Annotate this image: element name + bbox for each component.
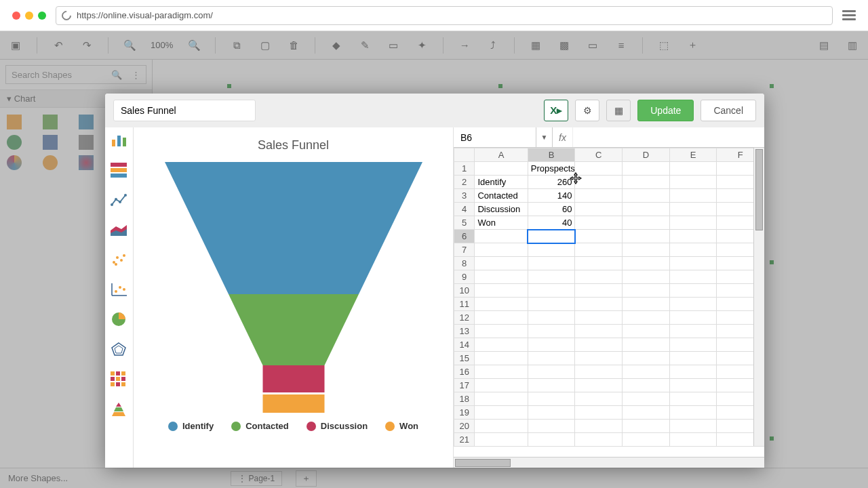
cell[interactable] [623,325,670,338]
back-icon[interactable]: ▩ [557,38,572,53]
more-icon[interactable]: ⋮ [132,70,140,80]
cell[interactable] [669,243,717,257]
cell[interactable] [475,338,528,352]
scatter-axis-icon[interactable] [111,282,128,297]
cell[interactable]: Identify [475,176,528,189]
cell[interactable] [575,189,623,203]
row-header[interactable]: 13 [454,325,475,338]
cell[interactable] [623,243,670,257]
cell[interactable] [528,257,575,270]
cell[interactable] [669,176,717,189]
column-header[interactable]: E [669,148,717,162]
row-header[interactable]: 5 [454,216,475,230]
cell[interactable] [623,338,670,352]
front-icon[interactable]: ▦ [528,38,543,53]
cell[interactable] [669,203,717,216]
cell[interactable] [575,243,623,257]
row-header[interactable]: 12 [454,311,475,325]
cell[interactable] [528,338,575,352]
cell[interactable] [669,420,717,433]
cell[interactable] [623,176,670,189]
cell[interactable] [528,298,575,311]
cell[interactable] [575,230,623,243]
delete-icon[interactable]: 🗑 [286,38,301,53]
vertical-scrollbar[interactable]: ▲ [753,148,764,446]
more-shapes-link[interactable]: More Shapes... [8,473,68,483]
cell[interactable] [623,433,670,447]
row-header[interactable]: 1 [454,162,475,176]
cell[interactable] [669,216,717,230]
address-bar[interactable]: https://online.visual-paradigm.com/ [56,6,833,25]
pyramid-icon[interactable] [111,401,128,416]
cell[interactable] [623,189,670,203]
cell[interactable] [623,162,670,176]
cell[interactable] [669,270,717,284]
cell[interactable] [528,311,575,325]
menu-icon[interactable] [842,10,856,20]
cell[interactable] [528,284,575,298]
cell[interactable] [475,284,528,298]
cell[interactable] [623,406,670,420]
cell[interactable] [575,338,623,352]
row-header[interactable]: 14 [454,338,475,352]
style-icon[interactable]: ✦ [414,38,429,53]
cell-ref-dropdown[interactable]: ▼ [536,127,553,147]
import-excel-button[interactable]: X▸ [544,100,568,121]
cell[interactable] [528,243,575,257]
cell[interactable] [669,352,717,365]
cell[interactable] [528,325,575,338]
cell[interactable] [528,392,575,406]
cell[interactable] [623,203,670,216]
column-header[interactable]: C [575,148,623,162]
cell[interactable] [528,420,575,433]
cell[interactable] [575,176,623,189]
row-header[interactable]: 19 [454,406,475,420]
zoom-out-icon[interactable]: 🔍 [122,38,137,53]
undo-icon[interactable]: ↶ [51,38,66,53]
cell[interactable] [575,392,623,406]
heatmap-icon[interactable] [111,371,128,386]
cell[interactable] [623,311,670,325]
cell[interactable]: 60 [528,203,575,216]
cell[interactable] [669,230,717,243]
cell[interactable] [528,352,575,365]
cell[interactable] [623,420,670,433]
cell[interactable] [623,270,670,284]
rect-icon[interactable]: ▭ [386,38,401,53]
row-header[interactable]: 16 [454,365,475,379]
align-icon[interactable]: ≡ [614,38,629,53]
row-header[interactable]: 18 [454,392,475,406]
cell[interactable] [475,243,528,257]
panel-icon-2[interactable]: ▥ [845,38,860,53]
add-page-button[interactable]: ＋ [296,470,317,487]
cell[interactable] [475,257,528,270]
cell[interactable] [623,392,670,406]
row-header[interactable]: 2 [454,176,475,189]
horizontal-scrollbar[interactable] [454,457,764,468]
chart-type-list[interactable] [105,127,134,468]
cell[interactable] [475,311,528,325]
cell[interactable] [475,352,528,365]
fill-icon[interactable]: ◆ [329,38,344,53]
cell[interactable] [669,392,717,406]
grid-toggle-button[interactable]: ▦ [606,100,631,121]
stacked-bar-icon[interactable] [111,163,128,178]
column-header[interactable]: B [528,148,575,162]
cell[interactable] [669,257,717,270]
line-chart-icon[interactable] [111,192,128,207]
cell[interactable]: 140 [528,189,575,203]
cell[interactable] [623,216,670,230]
connector-icon[interactable]: ⤴ [486,38,500,53]
cell[interactable] [528,365,575,379]
cell[interactable] [669,189,717,203]
cell[interactable]: Won [475,216,528,230]
cancel-button[interactable]: Cancel [701,100,756,121]
row-header[interactable]: 17 [454,379,475,392]
cell[interactable] [528,406,575,420]
redo-icon[interactable]: ↷ [79,38,94,53]
sheet-grid[interactable]: ABCDEF1Propspects2Identify2603Contacted1… [454,148,764,457]
reload-icon[interactable] [60,9,73,22]
cell[interactable] [528,230,575,243]
cell[interactable] [575,311,623,325]
row-header[interactable]: 9 [454,270,475,284]
